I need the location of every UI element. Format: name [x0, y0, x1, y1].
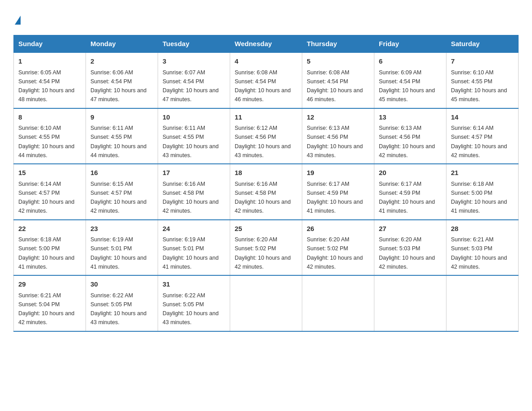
day-number: 15: [18, 168, 81, 178]
day-number: 2: [90, 56, 153, 67]
day-number: 11: [235, 112, 297, 123]
day-info: Sunrise: 6:09 AMSunset: 4:54 PMDaylight:…: [379, 69, 435, 103]
day-info: Sunrise: 6:20 AMSunset: 5:02 PMDaylight:…: [307, 236, 363, 270]
calendar-cell: 8Sunrise: 6:10 AMSunset: 4:55 PMDaylight…: [14, 108, 86, 164]
calendar-cell: 14Sunrise: 6:14 AMSunset: 4:57 PMDayligh…: [446, 108, 519, 164]
calendar-cell: 27Sunrise: 6:20 AMSunset: 5:03 PMDayligh…: [374, 220, 446, 276]
day-info: Sunrise: 6:08 AMSunset: 4:54 PMDaylight:…: [307, 69, 363, 103]
week-row-3: 15Sunrise: 6:14 AMSunset: 4:57 PMDayligh…: [14, 164, 519, 220]
day-number: 6: [379, 56, 442, 67]
calendar-cell: 21Sunrise: 6:18 AMSunset: 5:00 PMDayligh…: [446, 164, 519, 220]
day-info: Sunrise: 6:19 AMSunset: 5:01 PMDaylight:…: [163, 236, 219, 270]
day-info: Sunrise: 6:05 AMSunset: 4:54 PMDaylight:…: [18, 69, 74, 103]
col-header-thursday: Thursday: [302, 35, 374, 53]
calendar-cell: 7Sunrise: 6:10 AMSunset: 4:55 PMDaylight…: [446, 52, 519, 108]
day-number: 1: [18, 56, 81, 67]
day-info: Sunrise: 6:07 AMSunset: 4:54 PMDaylight:…: [163, 69, 219, 103]
day-info: Sunrise: 6:08 AMSunset: 4:54 PMDaylight:…: [235, 69, 291, 103]
calendar-cell: 23Sunrise: 6:19 AMSunset: 5:01 PMDayligh…: [86, 220, 158, 276]
day-info: Sunrise: 6:19 AMSunset: 5:01 PMDaylight:…: [90, 236, 146, 270]
calendar-cell: 2Sunrise: 6:06 AMSunset: 4:54 PMDaylight…: [86, 52, 158, 108]
calendar-cell: [374, 275, 446, 331]
day-info: Sunrise: 6:21 AMSunset: 5:04 PMDaylight:…: [18, 292, 74, 326]
day-info: Sunrise: 6:16 AMSunset: 4:58 PMDaylight:…: [235, 181, 291, 214]
day-info: Sunrise: 6:13 AMSunset: 4:56 PMDaylight:…: [379, 125, 435, 158]
calendar-cell: 31Sunrise: 6:22 AMSunset: 5:05 PMDayligh…: [158, 275, 230, 331]
col-header-monday: Monday: [86, 35, 158, 53]
day-number: 12: [307, 112, 369, 123]
week-row-2: 8Sunrise: 6:10 AMSunset: 4:55 PMDaylight…: [14, 108, 519, 164]
calendar-cell: 13Sunrise: 6:13 AMSunset: 4:56 PMDayligh…: [374, 108, 446, 164]
day-info: Sunrise: 6:20 AMSunset: 5:02 PMDaylight:…: [235, 236, 291, 270]
day-info: Sunrise: 6:22 AMSunset: 5:05 PMDaylight:…: [90, 292, 146, 326]
day-number: 31: [163, 279, 225, 290]
calendar-cell: [230, 275, 302, 331]
day-number: 13: [379, 112, 442, 123]
calendar-cell: 15Sunrise: 6:14 AMSunset: 4:57 PMDayligh…: [14, 164, 86, 220]
col-header-friday: Friday: [374, 35, 446, 53]
day-number: 22: [18, 224, 81, 234]
day-info: Sunrise: 6:11 AMSunset: 4:55 PMDaylight:…: [163, 125, 219, 158]
day-number: 18: [235, 168, 297, 178]
calendar-cell: 18Sunrise: 6:16 AMSunset: 4:58 PMDayligh…: [230, 164, 302, 220]
day-info: Sunrise: 6:18 AMSunset: 5:00 PMDaylight:…: [18, 236, 74, 270]
col-header-sunday: Sunday: [14, 35, 86, 53]
week-row-5: 29Sunrise: 6:21 AMSunset: 5:04 PMDayligh…: [14, 275, 519, 331]
day-number: 8: [18, 112, 81, 123]
day-number: 9: [90, 112, 153, 123]
col-header-tuesday: Tuesday: [158, 35, 230, 53]
day-info: Sunrise: 6:13 AMSunset: 4:56 PMDaylight:…: [307, 125, 363, 158]
day-number: 5: [307, 56, 369, 67]
day-number: 24: [163, 224, 225, 234]
day-number: 17: [163, 168, 225, 178]
calendar-table: SundayMondayTuesdayWednesdayThursdayFrid…: [13, 35, 519, 332]
calendar-cell: 26Sunrise: 6:20 AMSunset: 5:02 PMDayligh…: [302, 220, 374, 276]
calendar-cell: 20Sunrise: 6:17 AMSunset: 4:59 PMDayligh…: [374, 164, 446, 220]
day-info: Sunrise: 6:14 AMSunset: 4:57 PMDaylight:…: [451, 125, 507, 158]
calendar-cell: 4Sunrise: 6:08 AMSunset: 4:54 PMDaylight…: [230, 52, 302, 108]
day-number: 21: [451, 168, 514, 178]
day-info: Sunrise: 6:16 AMSunset: 4:58 PMDaylight:…: [163, 181, 219, 214]
day-number: 3: [163, 56, 225, 67]
day-number: 27: [379, 224, 442, 234]
day-info: Sunrise: 6:15 AMSunset: 4:57 PMDaylight:…: [90, 181, 146, 214]
day-number: 30: [90, 279, 153, 290]
col-header-wednesday: Wednesday: [230, 35, 302, 53]
calendar-cell: 5Sunrise: 6:08 AMSunset: 4:54 PMDaylight…: [302, 52, 374, 108]
day-info: Sunrise: 6:10 AMSunset: 4:55 PMDaylight:…: [451, 69, 507, 103]
day-number: 10: [163, 112, 225, 123]
calendar-cell: 17Sunrise: 6:16 AMSunset: 4:58 PMDayligh…: [158, 164, 230, 220]
calendar-cell: 25Sunrise: 6:20 AMSunset: 5:02 PMDayligh…: [230, 220, 302, 276]
day-info: Sunrise: 6:14 AMSunset: 4:57 PMDaylight:…: [18, 181, 74, 214]
day-info: Sunrise: 6:20 AMSunset: 5:03 PMDaylight:…: [379, 236, 435, 270]
calendar-cell: 28Sunrise: 6:21 AMSunset: 5:03 PMDayligh…: [446, 220, 519, 276]
day-number: 28: [451, 224, 514, 234]
day-number: 14: [451, 112, 514, 123]
calendar-cell: 6Sunrise: 6:09 AMSunset: 4:54 PMDaylight…: [374, 52, 446, 108]
calendar-cell: 9Sunrise: 6:11 AMSunset: 4:55 PMDaylight…: [86, 108, 158, 164]
day-number: 7: [451, 56, 514, 67]
calendar-cell: 19Sunrise: 6:17 AMSunset: 4:59 PMDayligh…: [302, 164, 374, 220]
day-number: 4: [235, 56, 297, 67]
day-number: 16: [90, 168, 153, 178]
calendar-cell: 10Sunrise: 6:11 AMSunset: 4:55 PMDayligh…: [158, 108, 230, 164]
logo-triangle-icon: [15, 16, 21, 25]
day-number: 19: [307, 168, 369, 178]
calendar-cell: 11Sunrise: 6:12 AMSunset: 4:56 PMDayligh…: [230, 108, 302, 164]
page-header: [13, 13, 519, 26]
calendar-cell: 22Sunrise: 6:18 AMSunset: 5:00 PMDayligh…: [14, 220, 86, 276]
day-number: 23: [90, 224, 153, 234]
day-number: 25: [235, 224, 297, 234]
day-info: Sunrise: 6:18 AMSunset: 5:00 PMDaylight:…: [451, 181, 507, 214]
day-info: Sunrise: 6:17 AMSunset: 4:59 PMDaylight:…: [379, 181, 435, 214]
col-header-saturday: Saturday: [446, 35, 519, 53]
day-info: Sunrise: 6:12 AMSunset: 4:56 PMDaylight:…: [235, 125, 291, 158]
day-number: 29: [18, 279, 81, 290]
day-info: Sunrise: 6:22 AMSunset: 5:05 PMDaylight:…: [163, 292, 219, 326]
week-row-4: 22Sunrise: 6:18 AMSunset: 5:00 PMDayligh…: [14, 220, 519, 276]
calendar-cell: 29Sunrise: 6:21 AMSunset: 5:04 PMDayligh…: [14, 275, 86, 331]
day-info: Sunrise: 6:21 AMSunset: 5:03 PMDaylight:…: [451, 236, 507, 270]
calendar-cell: 3Sunrise: 6:07 AMSunset: 4:54 PMDaylight…: [158, 52, 230, 108]
calendar-cell: 24Sunrise: 6:19 AMSunset: 5:01 PMDayligh…: [158, 220, 230, 276]
calendar-cell: 12Sunrise: 6:13 AMSunset: 4:56 PMDayligh…: [302, 108, 374, 164]
